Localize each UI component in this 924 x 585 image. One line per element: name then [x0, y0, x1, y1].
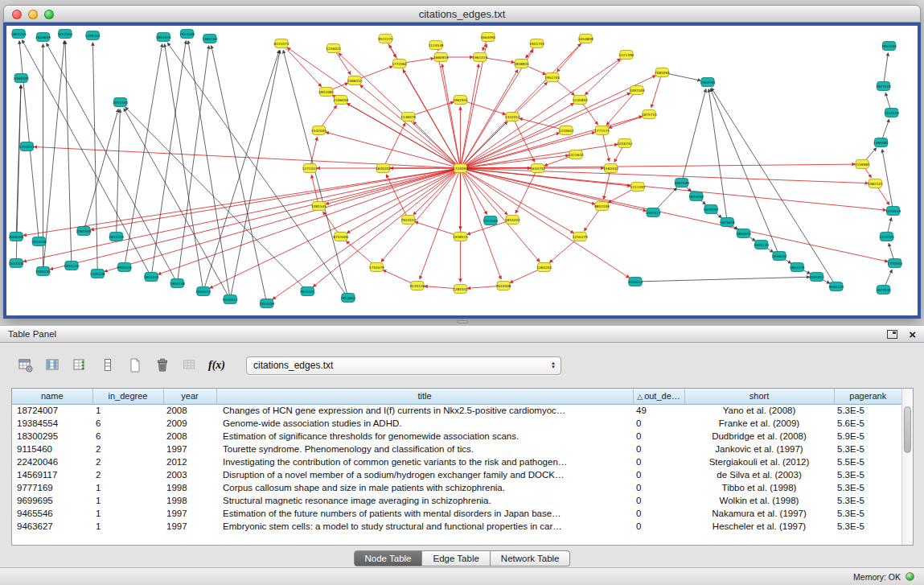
graph-node[interactable]: 1854092 [688, 192, 704, 201]
graph-edge[interactable] [460, 168, 646, 211]
graph-edge[interactable] [203, 51, 279, 291]
graph-edge[interactable] [47, 43, 178, 283]
function-builder-button[interactable]: f(x) [206, 355, 228, 377]
graph-node[interactable]: 1595160 [202, 35, 217, 43]
graph-edge[interactable] [125, 107, 307, 291]
graph-node[interactable]: 1851085 [318, 88, 334, 97]
graph-node[interactable]: 1772064 [392, 60, 407, 68]
graph-edge[interactable] [211, 46, 267, 303]
graph-node[interactable]: 1913601 [340, 294, 355, 303]
graph-node[interactable]: 1901735 [529, 39, 544, 48]
splitter-grip-icon[interactable] [457, 320, 468, 323]
graph-node[interactable]: 1864504 [736, 229, 751, 238]
new-column-button[interactable] [124, 355, 146, 377]
table-row[interactable]: 1456911722003Disruption of a novel membe… [12, 468, 901, 481]
graph-node[interactable]: 1905130 [754, 241, 769, 249]
graph-node[interactable]: 2060510 [195, 287, 211, 296]
select-columns-button[interactable] [69, 355, 91, 377]
close-panel-icon[interactable]: × [909, 328, 916, 340]
graph-edge[interactable] [326, 168, 460, 204]
graph-node[interactable]: 1913209 [259, 299, 274, 308]
graph-node[interactable]: 1951045 [881, 42, 897, 51]
graph-edge[interactable] [124, 109, 230, 299]
minimize-window-button[interactable] [28, 10, 38, 19]
table-row[interactable]: 1830029562008Estimation of significance … [12, 430, 901, 443]
graph-edge[interactable] [339, 53, 460, 168]
graph-node[interactable]: 1255479 [573, 233, 588, 241]
graph-edge[interactable] [125, 44, 162, 267]
graph-edge[interactable] [165, 44, 203, 291]
table-row[interactable]: 911546021997Tourette syndrome. Phenomeno… [12, 443, 901, 455]
graph-node[interactable]: 7625341 [300, 287, 315, 296]
graph-node[interactable]: 7485093 [655, 68, 670, 77]
graph-node[interactable]: 1505138 [90, 270, 105, 278]
graph-node[interactable]: 1124549 [429, 41, 444, 50]
graph-edge[interactable] [460, 133, 559, 168]
graph-node[interactable]: 1211391 [630, 183, 646, 192]
graph-node[interactable]: 1858815 [514, 60, 529, 68]
graph-node[interactable]: 1830202 [376, 164, 391, 173]
graph-node[interactable]: 1507417 [646, 208, 661, 217]
graph-node[interactable]: 9235126 [409, 282, 425, 290]
graph-node[interactable]: 1777174 [594, 126, 610, 135]
graph-node[interactable]: 1964794 [700, 78, 716, 87]
graph-node[interactable]: 9852106 [594, 202, 610, 211]
graph-node[interactable]: 1505135 [35, 267, 51, 276]
graph-node[interactable]: 1054808 [578, 35, 593, 43]
graph-node[interactable]: 1159981 [855, 160, 870, 169]
tab-edge-table[interactable]: Edge Table [422, 550, 490, 566]
graph-node[interactable]: 1082101 [868, 179, 883, 188]
graph-node[interactable]: 2045012 [809, 273, 824, 282]
graph-node[interactable]: 1221390 [618, 51, 634, 60]
graph-edge[interactable] [188, 41, 230, 299]
graph-node[interactable]: 1851310 [109, 233, 124, 241]
table-row[interactable]: 977716911998Corpus callosum shape and si… [12, 481, 901, 494]
column-header-title[interactable]: title [216, 389, 633, 404]
graph-edge[interactable] [437, 52, 461, 168]
graph-node[interactable]: 1755479 [369, 263, 384, 272]
graph-node[interactable]: 1913206 [31, 237, 47, 246]
graph-node[interactable]: 1927243 [876, 82, 891, 91]
graph-node[interactable]: 1664091 [480, 33, 495, 42]
graph-edge[interactable] [557, 39, 586, 72]
graph-node[interactable]: 1853203 [505, 216, 520, 225]
graph-edge[interactable] [512, 117, 534, 162]
graph-node[interactable]: 2206058 [333, 96, 348, 105]
scrollbar-thumb[interactable] [904, 406, 911, 453]
graph-node[interactable]: 9505105 [117, 263, 132, 272]
graph-edge[interactable] [283, 51, 348, 298]
graph-node[interactable]: 2606590 [9, 233, 24, 241]
graph-edge[interactable] [16, 85, 21, 237]
graph-edge[interactable] [651, 72, 663, 107]
close-window-button[interactable] [12, 10, 22, 19]
graph-edge[interactable] [460, 168, 487, 214]
graph-node[interactable]: 1918515 [453, 233, 468, 241]
graph-node[interactable]: 1913208 [179, 30, 195, 39]
column-header-pagerank[interactable]: pagerank [834, 389, 901, 404]
delete-table-button[interactable] [179, 355, 200, 377]
graph-node[interactable]: 1271513 [302, 164, 318, 173]
graph-node[interactable]: 1875710 [642, 110, 657, 119]
table-row[interactable]: 1938455462009Genome-wide association stu… [12, 417, 901, 430]
zoom-window-button[interactable] [44, 10, 54, 19]
network-canvas[interactable]: 1724094185108515660121772064166091919613… [6, 26, 918, 315]
column-header-in_degree[interactable]: in_degree [92, 389, 163, 404]
graph-node[interactable]: 7923437 [400, 216, 416, 225]
table-row[interactable]: 2242004622012Investigating the contribut… [12, 455, 901, 468]
graph-node[interactable]: 1070519 [885, 207, 901, 216]
table-mode-button[interactable] [14, 355, 36, 377]
graph-node[interactable]: 8131074 [273, 39, 289, 48]
graph-edge[interactable] [34, 146, 460, 168]
tab-network-table[interactable]: Network Table [491, 550, 571, 566]
graph-node[interactable]: 1854135 [790, 263, 805, 272]
graph-node[interactable]: 1677030 [876, 286, 891, 295]
graph-edge[interactable] [360, 85, 461, 168]
graph-edge[interactable] [50, 168, 460, 270]
graph-node[interactable]: 1210642 [559, 126, 574, 135]
graph-node[interactable]: 1514545 [483, 216, 498, 225]
graph-node[interactable]: 1160442 [603, 164, 618, 173]
graph-edge[interactable] [92, 43, 97, 274]
graph-node[interactable]: 1770503 [887, 259, 902, 268]
graph-node[interactable]: 1566012 [347, 76, 363, 85]
graph-node[interactable]: 1694542 [772, 252, 787, 261]
